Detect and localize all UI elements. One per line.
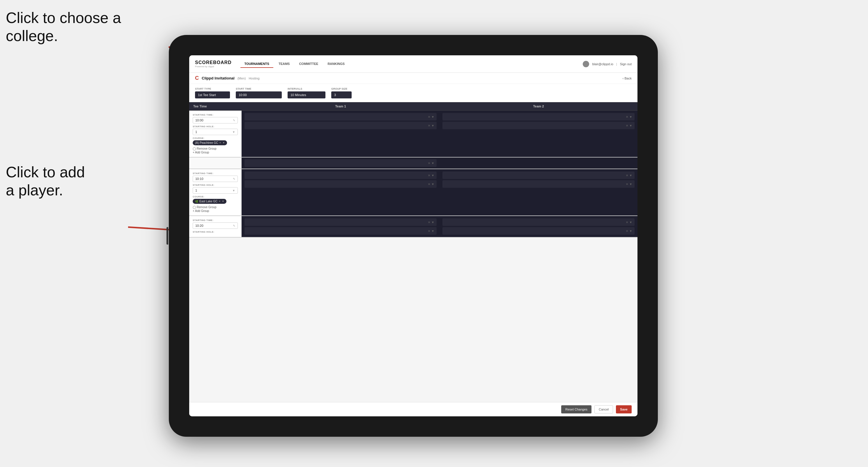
player-row[interactable]: ✕ ▼ — [442, 113, 634, 121]
sign-out-link[interactable]: Sign out — [620, 62, 632, 66]
player-chevron-icon[interactable]: ▼ — [629, 174, 632, 177]
annotation-top-line1: Click to choose a — [6, 9, 121, 26]
tablet-frame: SCOREBOARD Powered by clippd TOURNAMENTS… — [169, 35, 658, 437]
player-row[interactable]: ✕ ▼ — [442, 172, 634, 179]
starting-hole-input-r1[interactable]: 1 ▼ — [193, 129, 238, 135]
player-chevron-icon[interactable]: ▼ — [431, 124, 434, 127]
player-x-icon[interactable]: ✕ — [428, 229, 430, 232]
add-group-link-r1[interactable]: + Add Group — [193, 151, 238, 154]
player-row[interactable]: ✕ ▼ — [245, 159, 437, 167]
player-chevron-icon[interactable]: ▼ — [629, 221, 632, 224]
intervals-select[interactable]: 10 Minutes — [287, 91, 326, 98]
player-row[interactable]: ✕ ▼ — [245, 218, 437, 226]
group-size-select[interactable]: 3 — [331, 91, 352, 98]
player-chevron-icon[interactable]: ▼ — [629, 229, 632, 232]
player-chevron-icon[interactable]: ▼ — [431, 162, 434, 165]
col-tee-time: Tee Time — [189, 102, 242, 110]
starting-hole-input-r2[interactable]: 1 ▼ — [193, 187, 238, 194]
course-label-r2: COURSE: — [193, 195, 238, 198]
player-x-icon[interactable]: ✕ — [626, 229, 628, 232]
start-type-select[interactable]: 1st Tee Start — [195, 91, 230, 98]
left-panel-row1b — [189, 157, 242, 168]
nav-tab-rankings[interactable]: RANKINGS — [323, 60, 349, 68]
cancel-button[interactable]: Cancel — [594, 405, 613, 413]
starting-time-input-r3[interactable]: 10:20 ✎ — [193, 222, 238, 229]
player-row[interactable]: ✕ ▼ — [245, 180, 437, 188]
user-email: blair@clippd.io — [592, 62, 613, 66]
player-row[interactable]: ✕ ▼ — [245, 172, 437, 179]
player-x-icon[interactable]: ✕ — [626, 221, 628, 224]
player-row[interactable]: ✕ ▼ — [442, 218, 634, 226]
player-x-icon[interactable]: ✕ — [428, 124, 430, 127]
group-size-label: Group Size — [331, 87, 352, 90]
starting-time-input-r2[interactable]: 10:10 ✎ — [193, 176, 238, 182]
controls-row: Start Type 1st Tee Start Start Time Inte… — [189, 84, 638, 102]
left-panel-row2: STARTING TIME: 10:10 ✎ STARTING HOLE: 1 … — [189, 169, 242, 215]
tablet-side-button — [166, 227, 168, 245]
add-group-link-r2[interactable]: + Add Group — [193, 209, 238, 213]
player-chevron-icon[interactable]: ▼ — [629, 115, 632, 119]
reset-changes-button[interactable]: Reset Changes — [561, 405, 591, 413]
team2-cell-r3: ✕ ▼ ✕ ▼ — [439, 216, 638, 237]
remove-group-link-r2[interactable]: ◯ Remove Group — [193, 206, 238, 209]
player-x-icon[interactable]: ✕ — [428, 115, 430, 119]
main-content: STARTING TIME: 10:00 ✎ STARTING HOLE: 1 … — [189, 111, 638, 402]
player-row[interactable]: ✕ ▼ — [245, 122, 437, 129]
player-x-icon[interactable]: ✕ — [626, 183, 628, 186]
player-x-icon[interactable]: ✕ — [428, 183, 430, 186]
player-row[interactable]: ✕ ▼ — [245, 227, 437, 235]
sub-header: C Clippd Invitational (Men) Hosting ‹ Ba… — [189, 73, 638, 84]
group-size-group: Group Size 3 — [331, 87, 352, 98]
gender-label: (Men) — [238, 76, 246, 80]
hosting-badge: Hosting — [249, 76, 259, 80]
player-chevron-icon[interactable]: ▼ — [629, 183, 632, 186]
start-time-input[interactable] — [236, 91, 282, 98]
player-row[interactable]: ✕ ▼ — [442, 180, 634, 188]
player-x-icon[interactable]: ✕ — [626, 174, 628, 177]
course-chip-r2[interactable]: 🌿 East Lake GC ✕ ▼ — [193, 199, 226, 204]
back-button[interactable]: ‹ Back — [623, 76, 632, 80]
save-button[interactable]: Save — [616, 405, 632, 413]
starting-time-label-r1: STARTING TIME: — [193, 114, 238, 116]
player-chevron-icon[interactable]: ▼ — [431, 115, 434, 119]
course-chip-close-r1[interactable]: ✕ — [219, 142, 221, 144]
app-header: SCOREBOARD Powered by clippd TOURNAMENTS… — [189, 55, 638, 73]
annotation-bottom-line1: Click to add — [6, 164, 85, 181]
player-chevron-icon[interactable]: ▼ — [629, 124, 632, 127]
player-chevron-icon[interactable]: ▼ — [431, 174, 434, 177]
starting-time-input-r1[interactable]: 10:00 ✎ — [193, 117, 238, 123]
logo-sub: Powered by clippd — [195, 65, 232, 68]
tournament-name: Clippd Invitational — [202, 76, 235, 80]
course-chip-close-r2[interactable]: ✕ — [219, 200, 221, 203]
team2-course-r1 — [439, 157, 638, 168]
start-time-group: Start Time — [236, 87, 282, 98]
table-row: STARTING TIME: 10:00 ✎ STARTING HOLE: 1 … — [189, 111, 638, 157]
col-team1: Team 1 — [242, 102, 439, 110]
nav-tab-teams[interactable]: TEAMS — [275, 60, 294, 68]
player-x-icon[interactable]: ✕ — [428, 221, 430, 224]
player-row[interactable]: ✕ ▼ — [245, 113, 437, 121]
player-x-icon[interactable]: ✕ — [626, 115, 628, 119]
logo-text: SCOREBOARD — [195, 60, 232, 65]
player-row[interactable]: ✕ ▼ — [442, 122, 634, 129]
nav-tab-committee[interactable]: COMMITTEE — [295, 60, 322, 68]
annotation-bottom-line2: a player. — [6, 182, 63, 198]
starting-hole-label-r2: STARTING HOLE: — [193, 184, 238, 186]
player-x-icon[interactable]: ✕ — [626, 124, 628, 127]
player-chevron-icon[interactable]: ▼ — [431, 183, 434, 186]
annotation-top-line2: college. — [6, 27, 58, 44]
course-chip-r1[interactable]: (A) Peachtree GC ✕ ▼ — [193, 140, 227, 145]
team1-cell-r3: ✕ ▼ ✕ ▼ — [242, 216, 439, 237]
player-x-icon[interactable]: ✕ — [428, 174, 430, 177]
start-type-label: Start Type — [195, 87, 230, 90]
starting-time-label-r2: STARTING TIME: — [193, 172, 238, 175]
player-chevron-icon[interactable]: ▼ — [431, 221, 434, 224]
team2-cell-r1: ✕ ▼ ✕ ▼ — [439, 111, 638, 157]
player-chevron-icon[interactable]: ▼ — [431, 229, 434, 232]
nav-tab-tournaments[interactable]: TOURNAMENTS — [241, 60, 273, 68]
intervals-label: Intervals — [287, 87, 326, 90]
user-avatar — [583, 61, 589, 67]
player-x-icon[interactable]: ✕ — [428, 162, 430, 165]
player-row[interactable]: ✕ ▼ — [442, 227, 634, 235]
remove-group-link-r1[interactable]: ◯ Remove Group — [193, 147, 238, 150]
